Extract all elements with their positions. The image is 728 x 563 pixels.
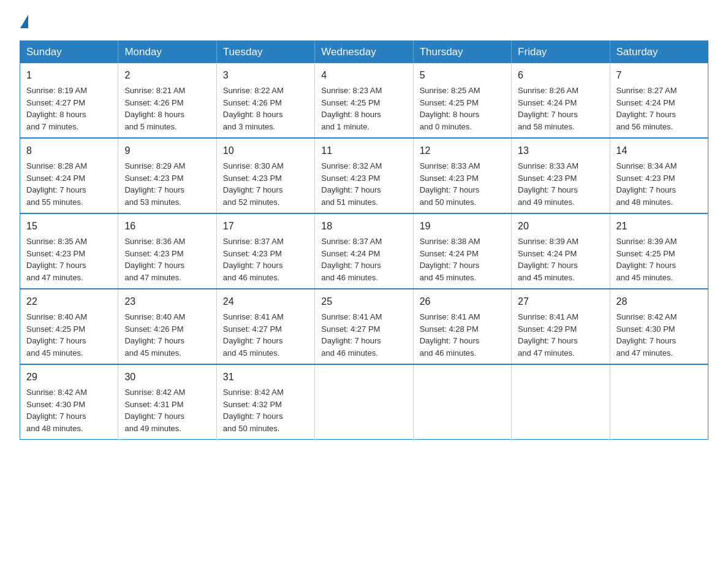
- day-number: 20: [518, 219, 603, 234]
- calendar-week-row: 15 Sunrise: 8:35 AM Sunset: 4:23 PM Dayl…: [20, 213, 708, 289]
- daylight-info2: and 53 minutes.: [124, 197, 181, 207]
- sunset-info: Sunset: 4:25 PM: [321, 98, 380, 107]
- day-number: 26: [420, 294, 505, 309]
- sunrise-info: Sunrise: 8:19 AM: [26, 86, 87, 95]
- day-number: 19: [420, 219, 505, 234]
- daylight-info: Daylight: 7 hours: [26, 185, 86, 194]
- sunset-info: Sunset: 4:25 PM: [420, 98, 479, 107]
- sunset-info: Sunset: 4:26 PM: [124, 98, 183, 107]
- daylight-info: Daylight: 7 hours: [321, 261, 381, 270]
- daylight-info: Daylight: 7 hours: [223, 412, 283, 421]
- sunrise-info: Sunrise: 8:40 AM: [26, 312, 87, 321]
- daylight-info2: and 46 minutes.: [223, 273, 280, 282]
- daylight-info2: and 49 minutes.: [518, 197, 575, 207]
- days-header-row: Sunday Monday Tuesday Wednesday Thursday…: [20, 41, 708, 64]
- calendar-cell: 14 Sunrise: 8:34 AM Sunset: 4:23 PM Dayl…: [610, 138, 708, 213]
- daylight-info: Daylight: 7 hours: [223, 185, 283, 194]
- calendar-cell: 25 Sunrise: 8:41 AM Sunset: 4:27 PM Dayl…: [315, 289, 413, 364]
- calendar-cell: 31 Sunrise: 8:42 AM Sunset: 4:32 PM Dayl…: [216, 364, 314, 440]
- daylight-info2: and 49 minutes.: [124, 424, 181, 433]
- daylight-info: Daylight: 7 hours: [124, 412, 184, 421]
- sunrise-info: Sunrise: 8:34 AM: [616, 161, 677, 170]
- calendar-cell: 18 Sunrise: 8:37 AM Sunset: 4:24 PM Dayl…: [315, 213, 413, 289]
- day-number: 2: [124, 68, 210, 83]
- day-number: 21: [616, 219, 702, 234]
- sunset-info: Sunset: 4:27 PM: [26, 98, 85, 107]
- sunset-info: Sunset: 4:23 PM: [26, 249, 85, 258]
- sunset-info: Sunset: 4:24 PM: [616, 98, 675, 107]
- sunrise-info: Sunrise: 8:26 AM: [518, 86, 578, 95]
- daylight-info2: and 47 minutes.: [518, 348, 575, 358]
- calendar-cell: [610, 364, 708, 440]
- day-number: 12: [420, 144, 505, 158]
- day-number: 7: [616, 68, 702, 83]
- daylight-info: Daylight: 8 hours: [420, 110, 480, 119]
- sunrise-info: Sunrise: 8:42 AM: [124, 388, 185, 397]
- day-number: 11: [321, 144, 406, 158]
- daylight-info: Daylight: 7 hours: [124, 185, 184, 194]
- sunrise-info: Sunrise: 8:39 AM: [616, 237, 677, 246]
- sunset-info: Sunset: 4:23 PM: [616, 174, 675, 183]
- daylight-info2: and 5 minutes.: [124, 122, 176, 131]
- daylight-info2: and 51 minutes.: [321, 197, 378, 207]
- daylight-info: Daylight: 7 hours: [616, 336, 677, 345]
- calendar-cell: 30 Sunrise: 8:42 AM Sunset: 4:31 PM Dayl…: [118, 364, 216, 440]
- header-wednesday: Wednesday: [315, 41, 413, 64]
- daylight-info2: and 58 minutes.: [518, 122, 575, 131]
- calendar-cell: [413, 364, 511, 440]
- calendar-cell: 21 Sunrise: 8:39 AM Sunset: 4:25 PM Dayl…: [610, 213, 708, 289]
- calendar-cell: 19 Sunrise: 8:38 AM Sunset: 4:24 PM Dayl…: [413, 213, 511, 289]
- sunrise-info: Sunrise: 8:27 AM: [616, 86, 677, 95]
- sunrise-info: Sunrise: 8:41 AM: [518, 312, 578, 321]
- sunset-info: Sunset: 4:23 PM: [124, 174, 183, 183]
- day-number: 13: [518, 144, 603, 158]
- day-number: 30: [124, 370, 210, 385]
- sunrise-info: Sunrise: 8:35 AM: [26, 237, 87, 246]
- sunrise-info: Sunrise: 8:21 AM: [124, 86, 185, 95]
- sunrise-info: Sunrise: 8:41 AM: [223, 312, 284, 321]
- sunrise-info: Sunrise: 8:32 AM: [321, 161, 382, 170]
- daylight-info2: and 47 minutes.: [26, 273, 83, 282]
- daylight-info: Daylight: 7 hours: [518, 110, 578, 119]
- sunset-info: Sunset: 4:23 PM: [518, 174, 577, 183]
- logo: [20, 15, 28, 29]
- daylight-info2: and 45 minutes.: [26, 348, 83, 358]
- daylight-info: Daylight: 7 hours: [518, 261, 578, 270]
- daylight-info: Daylight: 7 hours: [124, 336, 184, 345]
- day-number: 23: [124, 294, 210, 309]
- sunset-info: Sunset: 4:24 PM: [518, 98, 577, 107]
- daylight-info2: and 47 minutes.: [616, 348, 673, 358]
- daylight-info2: and 3 minutes.: [223, 122, 275, 131]
- daylight-info2: and 46 minutes.: [420, 348, 477, 358]
- daylight-info: Daylight: 7 hours: [518, 185, 578, 194]
- header-monday: Monday: [118, 41, 216, 64]
- sunset-info: Sunset: 4:31 PM: [124, 400, 183, 409]
- sunset-info: Sunset: 4:23 PM: [223, 174, 282, 183]
- calendar-cell: 12 Sunrise: 8:33 AM Sunset: 4:23 PM Dayl…: [413, 138, 511, 213]
- daylight-info2: and 45 minutes.: [124, 348, 181, 358]
- daylight-info: Daylight: 7 hours: [518, 336, 578, 345]
- calendar-cell: 7 Sunrise: 8:27 AM Sunset: 4:24 PM Dayli…: [610, 63, 708, 138]
- day-number: 4: [321, 68, 406, 83]
- sunset-info: Sunset: 4:27 PM: [321, 324, 380, 334]
- calendar-cell: 16 Sunrise: 8:36 AM Sunset: 4:23 PM Dayl…: [118, 213, 216, 289]
- sunrise-info: Sunrise: 8:37 AM: [321, 237, 382, 246]
- calendar-cell: 28 Sunrise: 8:42 AM Sunset: 4:30 PM Dayl…: [610, 289, 708, 364]
- sunrise-info: Sunrise: 8:37 AM: [223, 237, 284, 246]
- sunrise-info: Sunrise: 8:22 AM: [223, 86, 284, 95]
- calendar-cell: 1 Sunrise: 8:19 AM Sunset: 4:27 PM Dayli…: [20, 63, 118, 138]
- daylight-info: Daylight: 7 hours: [321, 185, 381, 194]
- calendar-cell: 9 Sunrise: 8:29 AM Sunset: 4:23 PM Dayli…: [118, 138, 216, 213]
- sunset-info: Sunset: 4:23 PM: [124, 249, 183, 258]
- sunset-info: Sunset: 4:25 PM: [616, 249, 675, 258]
- day-number: 1: [26, 68, 112, 83]
- day-number: 3: [223, 68, 308, 83]
- sunrise-info: Sunrise: 8:40 AM: [124, 312, 185, 321]
- sunrise-info: Sunrise: 8:41 AM: [321, 312, 382, 321]
- day-number: 29: [26, 370, 112, 385]
- day-number: 22: [26, 294, 112, 309]
- calendar-cell: 13 Sunrise: 8:33 AM Sunset: 4:23 PM Dayl…: [512, 138, 610, 213]
- day-number: 5: [420, 68, 505, 83]
- sunrise-info: Sunrise: 8:42 AM: [616, 312, 677, 321]
- sunrise-info: Sunrise: 8:38 AM: [420, 237, 480, 246]
